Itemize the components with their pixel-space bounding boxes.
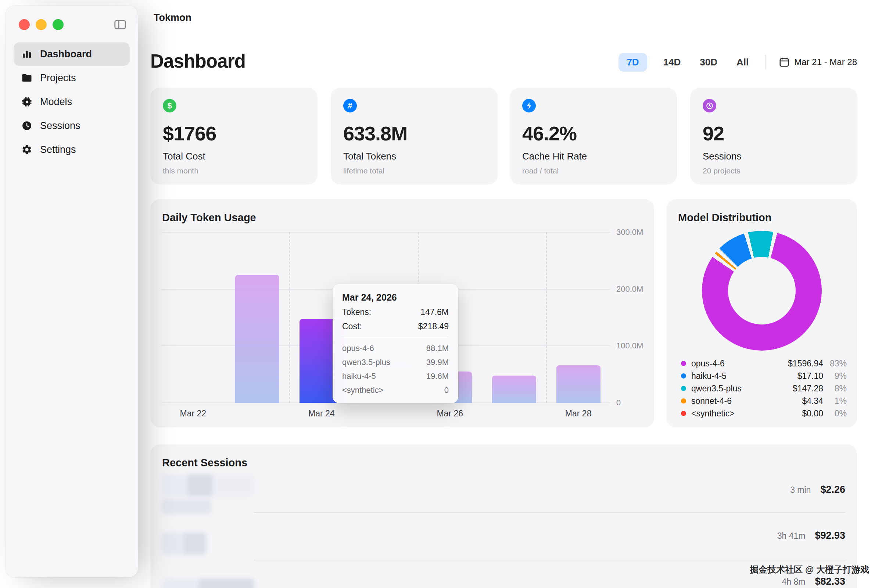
- sidebar-item-label: Settings: [40, 144, 76, 156]
- filter-all[interactable]: All: [734, 53, 752, 72]
- session-duration: 4h 8m: [782, 577, 805, 587]
- sidebar-item-projects[interactable]: Projects: [14, 66, 130, 90]
- legend-row: haiku-4-5$17.109%: [681, 370, 847, 382]
- y-axis-tick: 300.0M: [616, 228, 657, 237]
- clock-icon: [703, 99, 716, 112]
- daily-usage-title: Daily Token Usage: [162, 212, 256, 224]
- bar-chart-icon: [21, 48, 33, 60]
- dollar-icon: $: [163, 99, 176, 112]
- legend-dot: [681, 398, 686, 404]
- chart-tooltip: Mar 24, 2026 Tokens:147.6M Cost:$218.49 …: [333, 284, 458, 403]
- app-title: Tokmon: [154, 12, 192, 24]
- sidebar-toggle-icon[interactable]: [112, 18, 128, 32]
- filter-7d[interactable]: 7D: [618, 53, 647, 72]
- filter-14d[interactable]: 14D: [660, 53, 684, 72]
- watermark: 掘金技术社区 @ 大橙子打游戏: [750, 564, 869, 576]
- donut-hole: [728, 257, 796, 324]
- stat-value: 633.8M: [343, 122, 486, 145]
- redacted-session-name: [162, 532, 206, 555]
- stat-value: $1766: [163, 122, 305, 145]
- minimize-window-button[interactable]: [36, 19, 46, 30]
- usage-bar-mar-23[interactable]: [235, 275, 279, 403]
- tooltip-breakdown-row: <synthetic>0: [342, 386, 449, 395]
- tooltip-model-breakdown: opus-4-688.1Mqwen3.5-plus39.9Mhaiku-4-51…: [342, 337, 449, 395]
- legend-dot: [681, 386, 686, 391]
- zoom-window-button[interactable]: [52, 19, 64, 30]
- calendar-icon: [779, 57, 790, 68]
- sidebar-item-settings[interactable]: Settings: [14, 138, 130, 161]
- usage-bar-mar-27[interactable]: [492, 376, 536, 403]
- row-divider: [254, 560, 846, 560]
- time-range-filters: 7D 14D 30D All Mar 21 - Mar 28: [618, 51, 857, 73]
- stat-label: Sessions: [703, 151, 845, 162]
- y-axis-tick: 100.0M: [616, 341, 657, 351]
- date-range-label: Mar 21 - Mar 28: [794, 57, 857, 67]
- legend-dot: [681, 374, 686, 378]
- sidebar-item-label: Projects: [40, 72, 76, 84]
- session-cost: $82.33: [815, 576, 845, 587]
- filter-divider: [765, 55, 765, 69]
- filter-30d[interactable]: 30D: [697, 53, 720, 72]
- x-axis-tick: Mar 28: [565, 409, 592, 418]
- stat-sublabel: lifetime total: [343, 166, 486, 175]
- stat-card-sessions: 92 Sessions 20 projects: [690, 88, 857, 184]
- legend-dot: [681, 361, 686, 366]
- sidebar-nav: Dashboard Projects Models: [14, 42, 130, 161]
- close-window-button[interactable]: [19, 19, 30, 30]
- window-controls: [19, 19, 64, 30]
- daily-token-usage-card: Daily Token Usage 300.0M200.0M100.0M0Mar…: [150, 199, 654, 428]
- row-divider: [254, 512, 846, 513]
- stat-card-cache-hit-rate: 46.2% Cache Hit Rate read / total: [510, 88, 677, 184]
- chip-icon: [21, 96, 33, 108]
- redacted-session-meta: [162, 499, 212, 514]
- stat-card-total-tokens: # 633.8M Total Tokens lifetime total: [331, 88, 498, 184]
- session-cost: $92.93: [815, 530, 845, 542]
- h-gridline: [161, 232, 610, 232]
- stat-value: 46.2%: [522, 122, 664, 145]
- hash-icon: #: [343, 99, 357, 112]
- session-summary: 3 min $2.26: [790, 484, 845, 495]
- stat-sublabel: 20 projects: [703, 166, 845, 175]
- stat-value: 92: [703, 122, 845, 145]
- redacted-session-name: [162, 579, 254, 588]
- session-summary: 4h 8m $82.33: [782, 576, 845, 587]
- clock-icon: [21, 120, 33, 132]
- bolt-icon: [522, 99, 536, 112]
- date-range-picker[interactable]: Mar 21 - Mar 28: [779, 57, 857, 68]
- y-axis-tick: 0: [616, 398, 657, 408]
- v-gridline: [546, 232, 547, 403]
- model-legend: opus-4-6$1596.9483%haiku-4-5$17.109%qwen…: [681, 357, 847, 420]
- x-axis-tick: Mar 22: [180, 409, 207, 418]
- x-axis-tick: Mar 24: [308, 409, 335, 418]
- sidebar-item-label: Sessions: [40, 120, 81, 132]
- stat-sublabel: read / total: [522, 166, 664, 175]
- tooltip-main-rows: Tokens:147.6M Cost:$218.49: [342, 307, 449, 332]
- sidebar-item-dashboard[interactable]: Dashboard: [14, 42, 130, 66]
- recent-sessions-title: Recent Sessions: [162, 457, 248, 469]
- model-distribution-title: Model Distribution: [678, 212, 772, 224]
- folder-icon: [21, 72, 33, 84]
- sidebar-item-models[interactable]: Models: [14, 90, 130, 114]
- usage-bar-mar-28[interactable]: [556, 365, 600, 403]
- tooltip-breakdown-row: qwen3.5-plus39.9M: [342, 358, 449, 367]
- legend-row: qwen3.5-plus$147.288%: [681, 382, 847, 395]
- session-duration: 3 min: [790, 485, 811, 495]
- stat-card-total-cost: $ $1766 Total Cost this month: [150, 88, 318, 184]
- stat-label: Total Tokens: [343, 151, 486, 162]
- legend-row: <synthetic>$0.000%: [681, 407, 847, 420]
- page-title: Dashboard: [150, 50, 246, 72]
- redacted-session-name: [162, 474, 254, 496]
- stat-sublabel: this month: [163, 166, 305, 175]
- legend-row: opus-4-6$1596.9483%: [681, 357, 847, 370]
- tooltip-breakdown-row: haiku-4-519.6M: [342, 372, 449, 381]
- sidebar-item-label: Dashboard: [40, 48, 92, 60]
- session-cost: $2.26: [820, 484, 845, 495]
- sidebar-item-sessions[interactable]: Sessions: [14, 114, 130, 138]
- legend-dot: [681, 411, 686, 416]
- model-distribution-card: Model Distribution opus-4-6$1596.9483%ha…: [666, 199, 857, 428]
- sidebar-item-label: Models: [40, 96, 72, 108]
- v-gridline: [289, 232, 290, 403]
- session-summary: 3h 41m $92.93: [777, 530, 845, 542]
- gear-icon: [21, 144, 33, 156]
- y-axis-tick: 200.0M: [616, 285, 657, 294]
